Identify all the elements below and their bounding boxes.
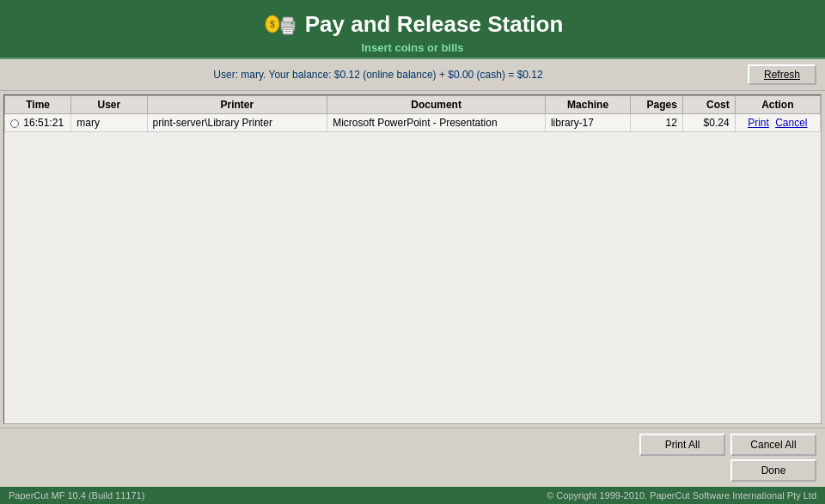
time-value: 16:51:21 — [23, 117, 64, 129]
print-action-link[interactable]: Print — [748, 117, 769, 129]
btn-row-bottom: Done — [730, 459, 816, 482]
balance-text: User: mary. Your balance: $0.12 (online … — [9, 69, 748, 81]
row-select-icon[interactable] — [10, 119, 19, 128]
header: $ Pay and Release Station Insert coins o… — [0, 0, 825, 58]
col-header-cost: Cost — [682, 96, 735, 114]
cell-user: mary — [71, 114, 147, 132]
copyright-right: © Copyright 1999-2010. PaperCut Software… — [547, 490, 816, 501]
cell-time: 16:51:21 — [5, 114, 71, 132]
col-header-document: Document — [327, 96, 546, 114]
svg-rect-5 — [284, 29, 291, 30]
col-header-machine: Machine — [545, 96, 630, 114]
footer-buttons: Print All Cancel All Done — [0, 428, 825, 487]
col-header-printer: Printer — [147, 96, 327, 114]
cell-action: Print Cancel — [735, 114, 820, 132]
cell-document: Microsoft PowerPoint - Presentation — [327, 114, 546, 132]
col-header-action: Action — [735, 96, 820, 114]
cancel-action-link[interactable]: Cancel — [775, 117, 807, 129]
btn-row-top: Print All Cancel All — [639, 434, 816, 456]
cell-pages: 12 — [631, 114, 683, 132]
cell-cost: $0.24 — [682, 114, 735, 132]
print-jobs-table-area: Time User Printer Document Machine Pages… — [3, 94, 822, 424]
col-header-user: User — [71, 96, 147, 114]
printer-icon: $ — [262, 9, 296, 39]
col-header-pages: Pages — [631, 96, 683, 114]
svg-text:$: $ — [270, 20, 275, 29]
table-body: 16:51:21 mary print-server\Library Print… — [5, 114, 821, 132]
table-header-row: Time User Printer Document Machine Pages… — [5, 96, 821, 114]
done-button[interactable]: Done — [730, 459, 816, 482]
refresh-label: Refresh — [764, 69, 800, 81]
page-title: Pay and Release Station — [305, 11, 564, 38]
print-all-button[interactable]: Print All — [639, 434, 725, 456]
svg-rect-6 — [284, 31, 291, 32]
cancel-all-button[interactable]: Cancel All — [730, 434, 816, 456]
subtitle: Insert coins or bills — [0, 41, 825, 54]
col-header-time: Time — [5, 96, 71, 114]
svg-point-7 — [290, 22, 293, 25]
table-row: 16:51:21 mary print-server\Library Print… — [5, 114, 821, 132]
copyright-left: PaperCut MF 10.4 (Build 11171) — [9, 490, 144, 501]
refresh-button[interactable]: Refresh — [748, 64, 816, 85]
cell-printer: print-server\Library Printer — [147, 114, 327, 132]
print-jobs-table: Time User Printer Document Machine Pages… — [4, 95, 821, 132]
balance-bar: User: mary. Your balance: $0.12 (online … — [0, 59, 825, 91]
svg-rect-3 — [283, 17, 293, 22]
main-content: User: mary. Your balance: $0.12 (online … — [0, 58, 825, 487]
cell-machine: library-17 — [545, 114, 630, 132]
copyright-bar: PaperCut MF 10.4 (Build 11171) © Copyrig… — [0, 487, 825, 504]
